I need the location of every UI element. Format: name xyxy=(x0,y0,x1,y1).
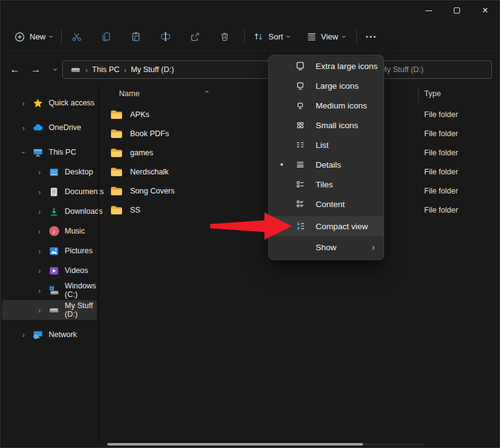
breadcrumb-separator-icon: › xyxy=(85,65,88,75)
chevron-right-icon[interactable]: › xyxy=(36,168,43,177)
chevron-right-icon[interactable]: › xyxy=(36,286,43,295)
toolbar-separator xyxy=(244,30,245,44)
horizontal-scrollbar-thumb[interactable] xyxy=(107,443,363,446)
sidebar-item-label: Windows (C:) xyxy=(65,282,97,299)
chevron-right-icon[interactable]: › xyxy=(36,306,43,315)
menu-item-medium-icons[interactable]: Medium icons xyxy=(269,96,383,115)
menu-item-label: Large icons xyxy=(316,81,359,91)
chevron-expanded-icon[interactable]: › xyxy=(19,149,28,155)
onedrive-cloud-icon xyxy=(33,123,43,133)
sidebar-item-onedrive[interactable]: › OneDrive xyxy=(2,119,97,136)
delete-button[interactable] xyxy=(213,26,236,48)
sidebar-item-label: Pictures xyxy=(65,246,92,255)
minimize-icon xyxy=(425,10,432,11)
drive-icon xyxy=(49,305,59,316)
tiles-icon xyxy=(295,179,305,189)
rename-button[interactable] xyxy=(154,26,176,48)
list-icon xyxy=(295,140,305,150)
sort-button[interactable]: Sort › xyxy=(248,28,295,46)
chevron-down-icon: › xyxy=(47,35,55,38)
cut-button[interactable] xyxy=(65,26,88,48)
sidebar-item-this-pc[interactable]: › This PC xyxy=(2,144,97,161)
pictures-icon xyxy=(49,246,59,256)
chevron-right-icon[interactable]: › xyxy=(20,99,27,108)
breadcrumb-separator-icon: › xyxy=(124,65,126,75)
maximize-button[interactable] xyxy=(443,1,471,20)
this-pc-monitor-icon xyxy=(33,147,43,158)
sidebar-item-music[interactable]: › ♪ Music xyxy=(2,221,97,241)
paste-button[interactable] xyxy=(125,26,147,48)
new-button[interactable]: New › xyxy=(9,28,57,46)
sidebar-item-pictures[interactable]: › Pictures xyxy=(2,241,97,261)
column-separator[interactable] xyxy=(418,88,419,102)
sidebar-item-videos[interactable]: › Videos xyxy=(2,261,97,280)
chevron-right-icon[interactable]: › xyxy=(36,207,43,216)
menu-item-content[interactable]: Content xyxy=(269,194,383,214)
navigation-pane: › Quick access › OneDrive › This PC › De… xyxy=(1,87,98,447)
copy-button[interactable] xyxy=(95,26,117,48)
sidebar-item-network[interactable]: › Network xyxy=(2,326,97,343)
horizontal-scrollbar-track[interactable] xyxy=(107,443,424,446)
folder-icon xyxy=(110,110,123,120)
desktop-icon xyxy=(49,167,59,177)
menu-item-tiles[interactable]: Tiles xyxy=(269,174,383,194)
forward-button[interactable]: → xyxy=(27,60,45,79)
sidebar-item-quick-access[interactable]: › Quick access xyxy=(2,94,97,112)
sidebar-item-label: Videos xyxy=(65,266,88,275)
chevron-right-icon[interactable]: › xyxy=(36,266,43,275)
share-button[interactable] xyxy=(184,26,206,48)
close-icon: × xyxy=(482,6,488,15)
minimize-button[interactable] xyxy=(414,1,443,20)
sort-icon xyxy=(253,31,264,42)
see-more-button[interactable]: ••• xyxy=(361,26,383,48)
view-button[interactable]: View › xyxy=(301,28,350,46)
breadcrumb-this-pc[interactable]: This PC xyxy=(92,65,119,74)
sidebar-item-label: OneDrive xyxy=(49,123,81,132)
sidebar-item-windows-c[interactable]: › Windows (C:) xyxy=(2,280,97,300)
file-type: File folder xyxy=(424,149,458,157)
toolbar-separator xyxy=(61,30,62,44)
large-icons-icon xyxy=(295,81,305,91)
sidebar-item-label: My Stuff (D:) xyxy=(65,301,97,319)
file-name: games xyxy=(130,149,154,157)
file-type: File folder xyxy=(424,206,458,214)
view-button-label: View xyxy=(321,32,338,41)
menu-item-label: Extra large icons xyxy=(316,62,378,71)
menu-item-details[interactable]: Details xyxy=(269,155,383,174)
sidebar-item-desktop[interactable]: › Desktop xyxy=(2,162,97,182)
file-explorer-window: × New › Sort › xyxy=(0,0,500,448)
file-name: APKs xyxy=(130,110,149,119)
sidebar-item-my-stuff-d[interactable]: › My Stuff (D:) xyxy=(2,300,97,320)
close-button[interactable]: × xyxy=(471,1,499,20)
folder-icon xyxy=(110,186,123,196)
sidebar-item-label: Quick access xyxy=(49,99,94,107)
column-header-type[interactable]: Type xyxy=(424,89,441,98)
drive-icon xyxy=(70,65,81,75)
menu-item-show[interactable]: Show › xyxy=(269,237,383,257)
file-type: File folder xyxy=(424,168,458,176)
cut-icon xyxy=(72,31,82,42)
sidebar-item-downloads[interactable]: › Downloads xyxy=(2,202,97,221)
chevron-right-icon[interactable]: › xyxy=(20,330,27,340)
chevron-right-icon[interactable]: › xyxy=(36,227,43,236)
chevron-right-icon[interactable]: › xyxy=(36,246,43,256)
column-header-name[interactable]: Name xyxy=(119,89,139,98)
window-controls: × xyxy=(414,1,499,20)
menu-item-extra-large-icons[interactable]: Extra large icons xyxy=(269,56,383,76)
sidebar-item-label: Network xyxy=(49,330,77,339)
share-icon xyxy=(190,31,200,42)
sidebar-item-label: Music xyxy=(65,227,85,235)
menu-item-list[interactable]: List xyxy=(269,135,383,155)
chevron-down-icon: › xyxy=(52,68,59,71)
documents-icon xyxy=(49,187,59,197)
menu-item-small-icons[interactable]: Small icons xyxy=(269,115,383,135)
delete-icon xyxy=(219,31,230,42)
sidebar-item-documents[interactable]: › Documents xyxy=(2,182,97,202)
breadcrumb-my-stuff[interactable]: My Stuff (D:) xyxy=(131,65,174,74)
chevron-right-icon[interactable]: › xyxy=(36,187,43,197)
menu-item-compact-view[interactable]: Compact view xyxy=(269,216,383,236)
menu-item-large-icons[interactable]: Large icons xyxy=(269,76,383,96)
paste-icon xyxy=(131,31,141,42)
chevron-right-icon[interactable]: › xyxy=(20,123,27,132)
back-button[interactable]: ← xyxy=(6,60,24,79)
